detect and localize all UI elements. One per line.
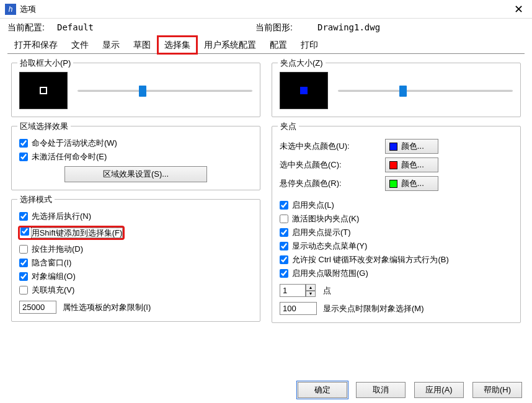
- lbl-cmd-active: 命令处于活动状态时(W): [32, 138, 117, 149]
- lbl-assoc-hatch: 关联填充(V): [32, 285, 74, 296]
- chk-press-drag[interactable]: [19, 245, 28, 254]
- region-effect-title: 区域选择效果: [17, 121, 71, 132]
- current-profile-value: Default: [57, 22, 255, 33]
- color-hover-swatch: [389, 180, 397, 188]
- color-selected-swatch: [389, 161, 397, 169]
- window-title: 选项: [20, 4, 36, 15]
- gripsize-title: 夹点大小(Z): [278, 58, 326, 69]
- color-hover-button[interactable]: 颜色...: [385, 176, 438, 191]
- footer: 确定 取消 应用(A) 帮助(H): [298, 382, 522, 398]
- close-icon[interactable]: ✕: [510, 2, 527, 16]
- tab-profiles[interactable]: 配置: [263, 36, 294, 54]
- region-effect-group: 区域选择效果 命令处于活动状态时(W) 未激活任何命令时(E) 区域效果设置(S…: [11, 126, 260, 190]
- current-drawing-label: 当前图形:: [255, 22, 317, 33]
- spin-up-icon[interactable]: ▲: [306, 284, 316, 291]
- tab-open-save[interactable]: 打开和保存: [7, 36, 64, 54]
- grips-group: 夹点 未选中夹点颜色(U): 颜色... 选中夹点颜色(C): 颜色... 悬停…: [272, 126, 521, 323]
- help-button[interactable]: 帮助(H): [472, 382, 522, 398]
- tab-selection[interactable]: 选择集: [157, 36, 197, 54]
- obj-limit-input[interactable]: [19, 301, 56, 314]
- tab-drafting[interactable]: 草图: [126, 36, 157, 54]
- lbl-grips-snap: 启用夹点吸附范围(G): [292, 268, 368, 279]
- gripsize-preview: [280, 72, 328, 109]
- lbl-select-first: 先选择后执行(N): [32, 211, 91, 222]
- lbl-grips-in-blocks: 激活图块内夹点(K): [292, 213, 359, 224]
- lbl-enable-grips: 启用夹点(L): [292, 200, 334, 211]
- chk-no-cmd[interactable]: [19, 153, 28, 161]
- lbl-press-drag: 按住并拖动(D): [32, 244, 83, 255]
- current-drawing-value: Drawing1.dwg: [317, 22, 380, 33]
- chk-cmd-active[interactable]: [19, 139, 28, 148]
- grips-point-spinner[interactable]: ▲ ▼: [280, 284, 317, 297]
- selection-mode-group: 选择模式 先选择后执行(N) 用Shift键添加到选择集(F) 按住并拖动(D)…: [11, 199, 260, 322]
- chk-enable-grips[interactable]: [280, 201, 288, 210]
- obj-limit-label: 属性选项板的对象限制(I): [63, 302, 151, 313]
- grips-limit-input[interactable]: [280, 302, 317, 315]
- config-row: 当前配置: Default 当前图形: Drawing1.dwg: [0, 19, 532, 36]
- chk-grips-in-blocks[interactable]: [280, 215, 288, 223]
- selection-mode-title: 选择模式: [17, 194, 55, 205]
- grips-limit-label: 显示夹点时限制对象选择(M): [323, 303, 424, 314]
- region-settings-button[interactable]: 区域效果设置(S)...: [64, 166, 207, 182]
- current-profile-label: 当前配置:: [7, 22, 57, 33]
- grips-point-input[interactable]: [280, 284, 306, 297]
- cancel-button[interactable]: 取消: [356, 382, 406, 398]
- color-selected-label: 选中夹点颜色(C):: [280, 159, 379, 170]
- pickbox-square-icon: [40, 87, 47, 94]
- grips-point-label: 点: [323, 285, 331, 296]
- pickbox-slider[interactable]: [78, 84, 252, 97]
- pickbox-group: 拾取框大小(P): [11, 63, 260, 117]
- gripsize-group: 夹点大小(Z): [272, 63, 521, 117]
- color-unselected-label: 未选中夹点颜色(U):: [280, 141, 379, 152]
- color-selected-button[interactable]: 颜色...: [385, 157, 438, 172]
- chk-assoc-hatch[interactable]: [19, 286, 28, 294]
- lbl-object-group: 对象编组(O): [32, 271, 76, 282]
- chk-implied-window[interactable]: [19, 259, 28, 267]
- gripsize-slider[interactable]: [338, 84, 513, 97]
- app-icon: h: [5, 4, 16, 15]
- lbl-implied-window: 隐含窗口(I): [32, 257, 71, 268]
- color-selected-btn-label: 颜色...: [401, 159, 424, 170]
- ok-button[interactable]: 确定: [298, 382, 347, 398]
- lbl-grips-tips: 启用夹点提示(T): [292, 227, 351, 238]
- spin-down-icon[interactable]: ▼: [306, 291, 316, 298]
- tabs: 打开和保存 文件 显示 草图 选择集 用户系统配置 配置 打印: [7, 36, 525, 54]
- color-unselected-btn-label: 颜色...: [401, 141, 424, 152]
- color-unselected-button[interactable]: 颜色...: [385, 139, 438, 154]
- tab-display[interactable]: 显示: [95, 36, 126, 54]
- chk-shift-add[interactable]: [20, 227, 29, 236]
- color-hover-label: 悬停夹点颜色(R):: [280, 178, 379, 189]
- tab-files[interactable]: 文件: [64, 36, 95, 54]
- tab-user-prefs[interactable]: 用户系统配置: [197, 36, 263, 54]
- color-hover-btn-label: 颜色...: [401, 178, 424, 189]
- title-bar: h 选项 ✕: [0, 0, 532, 19]
- chk-grips-tips[interactable]: [280, 228, 288, 237]
- grips-title: 夹点: [278, 121, 299, 132]
- tab-plot[interactable]: 打印: [294, 36, 325, 54]
- apply-button[interactable]: 应用(A): [414, 382, 464, 398]
- chk-grips-snap[interactable]: [280, 269, 288, 278]
- chk-object-group[interactable]: [19, 272, 28, 281]
- pickbox-preview: [19, 72, 68, 109]
- lbl-grips-dyn-menu: 显示动态夹点菜单(Y): [292, 241, 367, 252]
- lbl-grips-ctrl-cycle: 允许按 Ctrl 键循环改变对象编辑方式行为(B): [292, 254, 449, 265]
- lbl-shift-add: 用Shift键添加到选择集(F): [32, 228, 123, 237]
- chk-select-first[interactable]: [19, 212, 28, 221]
- chk-grips-ctrl-cycle[interactable]: [280, 255, 288, 264]
- grip-square-icon: [300, 87, 308, 94]
- color-unselected-swatch: [389, 143, 397, 151]
- lbl-no-cmd: 未激活任何命令时(E): [32, 151, 107, 162]
- pickbox-title: 拾取框大小(P): [17, 58, 73, 69]
- chk-grips-dyn-menu[interactable]: [280, 242, 288, 250]
